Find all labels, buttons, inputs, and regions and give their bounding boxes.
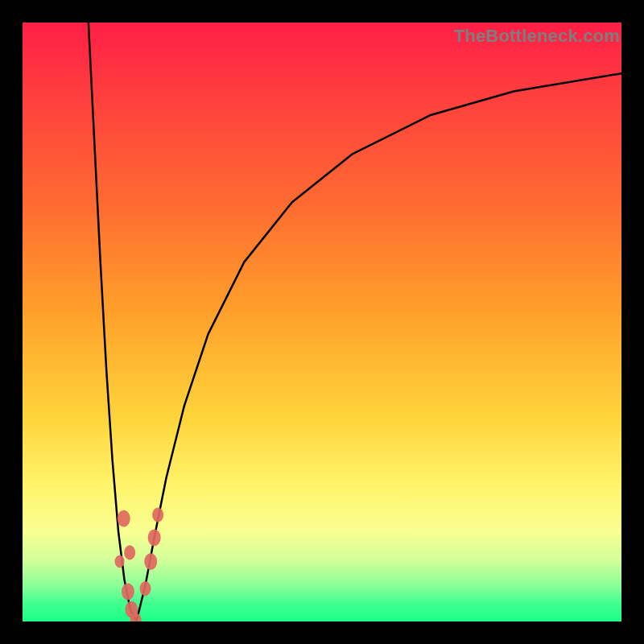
series-curve-right — [136, 73, 621, 621]
plot-wrapper — [23, 23, 621, 621]
data-marker-8 — [152, 507, 163, 522]
data-marker-2 — [115, 555, 125, 568]
chart-svg — [23, 23, 621, 621]
data-marker-7 — [148, 529, 161, 546]
watermark-text: TheBottleneck.com — [454, 26, 620, 47]
data-marker-1 — [124, 545, 135, 559]
data-marker-9 — [140, 581, 151, 596]
series-curve-left — [89, 23, 137, 621]
data-marker-6 — [144, 553, 157, 570]
chart-frame: TheBottleneck.com — [0, 0, 644, 644]
data-marker-3 — [122, 583, 134, 600]
data-marker-0 — [118, 510, 130, 527]
